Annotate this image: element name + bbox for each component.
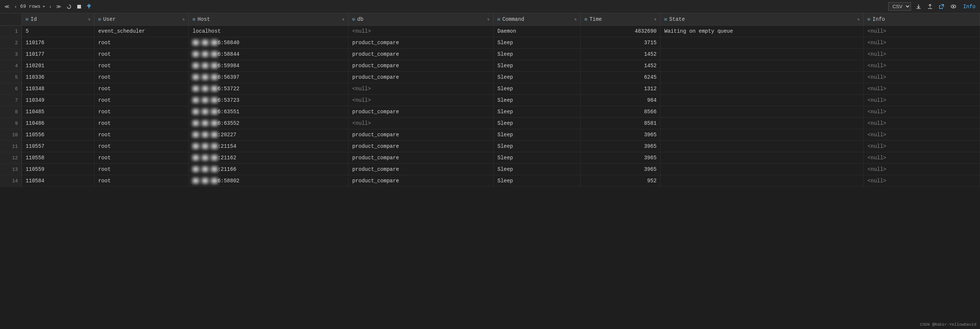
- cell-user: event_scheduler: [94, 25, 189, 37]
- col-header-time[interactable]: ⊞ Time ⇅: [581, 13, 660, 25]
- stop-button[interactable]: [75, 4, 83, 10]
- cell-id: 110176: [22, 37, 94, 49]
- col-header-user[interactable]: ⊞ User ⇅: [94, 13, 189, 25]
- table-row[interactable]: 11110557root██ ██ ██:21154product_compar…: [0, 141, 980, 152]
- cell-command: Sleep: [493, 164, 580, 175]
- cell-host: ██ ██ ██6:53722: [189, 83, 348, 95]
- refresh-button[interactable]: [65, 3, 73, 10]
- cell-state: [660, 118, 864, 129]
- col-label-time: Time: [590, 16, 602, 22]
- cell-time: 4832690: [581, 25, 660, 37]
- table-row[interactable]: 4110201root██ ██ ██6:59984product_compar…: [0, 60, 980, 72]
- cell-state: [660, 129, 864, 141]
- host-sort-icon: ⇅: [342, 17, 344, 22]
- rows-dropdown-icon: [42, 5, 46, 8]
- col-label-id: Id: [30, 16, 37, 22]
- cell-db: product_compare: [348, 164, 494, 175]
- table-body: 15event_schedulerlocalhost<null>Daemon48…: [0, 25, 980, 187]
- table-row[interactable]: 14110584root██ ██ ██6:58802product_compa…: [0, 175, 980, 187]
- table-row[interactable]: 10110556root██ ██ ██:20227product_compar…: [0, 129, 980, 141]
- table-row[interactable]: 8110485root██ ██ ██6:63551product_compar…: [0, 106, 980, 118]
- cell-id: 110177: [22, 49, 94, 60]
- cell-id: 110201: [22, 60, 94, 72]
- table-row[interactable]: 7110349root██ ██ ██6:53723<null>Sleep984…: [0, 95, 980, 106]
- cell-command: Sleep: [493, 152, 580, 164]
- nav-prev-button[interactable]: ‹: [13, 3, 18, 10]
- table-row[interactable]: 13110559root██ ██ ██:21166product_compar…: [0, 164, 980, 175]
- cell-info: <null>: [864, 25, 980, 37]
- row-number: 7: [0, 95, 22, 106]
- export-down-icon: [916, 4, 921, 9]
- cell-info: <null>: [864, 164, 980, 175]
- time-sort-icon: ⇅: [654, 17, 656, 22]
- cell-state: [660, 152, 864, 164]
- table-row[interactable]: 3110177root██ ██ ██6:58844product_compar…: [0, 49, 980, 60]
- col-header-db[interactable]: ⊞ db ⇅: [348, 13, 494, 25]
- cell-db: product_compare: [348, 72, 494, 83]
- table-row[interactable]: 9110486root██ ██ ██6:63552<null>Sleep858…: [0, 118, 980, 129]
- table-row[interactable]: 6110348root██ ██ ██6:53722<null>Sleep131…: [0, 83, 980, 95]
- cell-state: [660, 60, 864, 72]
- upload-icon: [928, 4, 932, 9]
- cell-db: product_compare: [348, 60, 494, 72]
- toolbar: ≪ ‹ 69 rows › ≫ CSV: [0, 0, 980, 13]
- cell-host: ██ ██ ██6:53723: [189, 95, 348, 106]
- cell-command: Sleep: [493, 106, 580, 118]
- cell-host: ██ ██ ██6:58844: [189, 49, 348, 60]
- link-button[interactable]: [938, 3, 945, 10]
- state-grid-icon: ⊞: [664, 17, 667, 22]
- cell-db: product_compare: [348, 37, 494, 49]
- cell-time: 1452: [581, 49, 660, 60]
- cell-id: 110348: [22, 83, 94, 95]
- cell-id: 110558: [22, 152, 94, 164]
- cell-time: 8566: [581, 106, 660, 118]
- pin-icon: [87, 4, 91, 9]
- table-row[interactable]: 15event_schedulerlocalhost<null>Daemon48…: [0, 25, 980, 37]
- svg-marker-0: [43, 6, 45, 8]
- cell-id: 110584: [22, 175, 94, 187]
- cell-db: <null>: [348, 95, 494, 106]
- svg-rect-2: [77, 5, 81, 8]
- upload-button[interactable]: [926, 3, 934, 10]
- cell-info: <null>: [864, 72, 980, 83]
- eye-button[interactable]: [949, 4, 958, 9]
- cell-host: ██ ██ ██6:59984: [189, 60, 348, 72]
- col-label-state: State: [670, 16, 685, 22]
- cell-info: <null>: [864, 118, 980, 129]
- table-row[interactable]: 12110558root██ ██ ██:21162product_compar…: [0, 152, 980, 164]
- toolbar-right: CSV Info: [888, 2, 977, 11]
- nav-far-prev-button[interactable]: ≪: [3, 3, 11, 10]
- cell-user: root: [94, 106, 189, 118]
- cell-id: 110559: [22, 164, 94, 175]
- nav-next-button[interactable]: ›: [48, 3, 52, 10]
- cell-state: [660, 37, 864, 49]
- cell-user: root: [94, 72, 189, 83]
- pin-button[interactable]: [85, 3, 93, 10]
- cell-command: Sleep: [493, 95, 580, 106]
- row-number: 10: [0, 129, 22, 141]
- table-header: ⊞ Id ⇅ ⊞ User ⇅ ⊞ Host ⇅: [0, 13, 980, 25]
- cell-command: Sleep: [493, 83, 580, 95]
- col-header-host[interactable]: ⊞ Host ⇅: [189, 13, 348, 25]
- command-grid-icon: ⊞: [498, 17, 500, 22]
- cell-info: <null>: [864, 175, 980, 187]
- export-down-button[interactable]: [915, 3, 923, 10]
- row-number: 14: [0, 175, 22, 187]
- cell-state: [660, 95, 864, 106]
- cell-id: 5: [22, 25, 94, 37]
- user-sort-icon: ⇅: [182, 17, 185, 22]
- col-header-info[interactable]: ⊞ Info: [864, 13, 980, 25]
- cell-id: 110485: [22, 106, 94, 118]
- cell-command: Sleep: [493, 129, 580, 141]
- cell-info: <null>: [864, 129, 980, 141]
- cell-id: 110349: [22, 95, 94, 106]
- row-num-header: [0, 13, 22, 25]
- col-header-state[interactable]: ⊞ State ⇅: [660, 13, 864, 25]
- info-label: Info: [961, 3, 977, 10]
- col-header-id[interactable]: ⊞ Id ⇅: [22, 13, 94, 25]
- table-row[interactable]: 5110336root██ ██ ██6:56397product_compar…: [0, 72, 980, 83]
- table-row[interactable]: 2110176root██ ██ ██6:58840product_compar…: [0, 37, 980, 49]
- csv-dropdown[interactable]: CSV: [888, 2, 911, 11]
- col-header-command[interactable]: ⊞ Command ⇅: [493, 13, 580, 25]
- nav-far-next-button[interactable]: ≫: [55, 3, 63, 10]
